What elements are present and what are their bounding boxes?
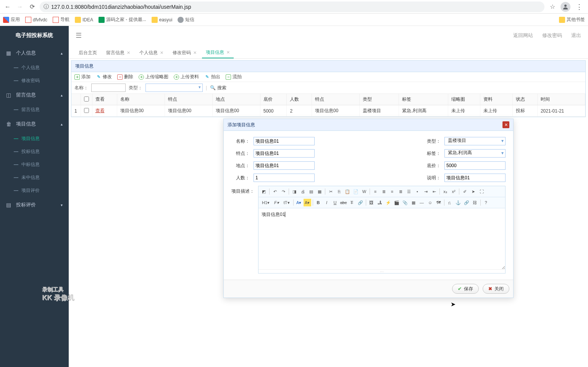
file-icon[interactable]: 📎 bbox=[401, 199, 409, 206]
italic-icon[interactable]: I bbox=[323, 199, 331, 206]
sidebar-item-win-info[interactable]: —中标信息 bbox=[14, 158, 69, 171]
table-row[interactable]: 1 查看 项目信息00 项目信息00 项目信息00 5000 2 项目信息00 … bbox=[71, 105, 585, 117]
row-checkbox[interactable] bbox=[84, 108, 89, 113]
template-icon[interactable]: ▤ bbox=[307, 188, 315, 195]
align-left-icon[interactable]: ≡ bbox=[372, 188, 379, 195]
clear-icon[interactable]: ✐ bbox=[461, 188, 468, 195]
underline-icon[interactable]: U bbox=[331, 199, 339, 206]
search-name-input[interactable] bbox=[91, 84, 126, 92]
image-icon[interactable]: 🖼 bbox=[368, 199, 375, 206]
bold-icon[interactable]: B bbox=[315, 199, 322, 206]
bookmark-star-icon[interactable]: ☆ bbox=[550, 3, 555, 10]
close-icon[interactable]: ✕ bbox=[226, 50, 230, 55]
type-select[interactable]: 盖楼项目 bbox=[444, 137, 506, 145]
unlink-icon[interactable]: ⛓ bbox=[471, 199, 479, 206]
close-icon[interactable]: ✕ bbox=[160, 50, 163, 55]
paste-word-icon[interactable]: W bbox=[360, 188, 368, 195]
forward-button[interactable]: → bbox=[15, 2, 24, 11]
sidebar-item-project-review[interactable]: —项目评价 bbox=[14, 184, 69, 197]
sidebar-group-project[interactable]: 🗑项目信息▴ bbox=[0, 116, 69, 132]
dialog-title-bar[interactable]: 添加项目信息 ✕ bbox=[224, 119, 513, 131]
map-icon[interactable]: 🗺 bbox=[435, 199, 443, 206]
delete-button[interactable]: －删除 bbox=[117, 74, 133, 80]
source-icon[interactable]: ◩ bbox=[260, 188, 268, 195]
bookmark-item-2[interactable]: IDEA bbox=[75, 17, 93, 23]
outdent-icon[interactable]: ⇤ bbox=[430, 188, 438, 195]
site-info-icon[interactable]: ⓘ bbox=[44, 3, 49, 10]
print-icon[interactable]: 🖨 bbox=[299, 188, 307, 195]
bookmark-item-4[interactable]: easyui bbox=[152, 17, 173, 23]
tab-home[interactable]: 后台主页 bbox=[75, 47, 101, 58]
indent-icon[interactable]: ⇥ bbox=[422, 188, 430, 195]
upload-thumb-button[interactable]: ＋上传缩略图 bbox=[139, 74, 168, 80]
media-icon[interactable]: 🎬 bbox=[393, 199, 401, 206]
add-button[interactable]: ＋添加 bbox=[74, 74, 90, 80]
anchor-icon[interactable]: ⚓ bbox=[454, 199, 462, 206]
sidebar-group-message[interactable]: ◫留言信息▴ bbox=[0, 87, 69, 103]
sidebar-group-personal[interactable]: ▦个人信息▴ bbox=[0, 45, 69, 61]
back-color-icon[interactable]: A▾ bbox=[304, 199, 311, 206]
tab-pwd[interactable]: 修改密码✕ bbox=[169, 47, 200, 58]
font-size-select[interactable]: tT▾ bbox=[282, 199, 292, 206]
preview-icon[interactable]: ◨ bbox=[291, 188, 298, 195]
font-family-select[interactable]: F▾ bbox=[272, 199, 281, 206]
sidebar-item-change-pwd[interactable]: —修改密码 bbox=[14, 74, 69, 87]
dialog-close-button[interactable]: ✕ bbox=[502, 121, 509, 128]
copy-icon[interactable]: ⎘ bbox=[335, 188, 343, 195]
search-type-select[interactable] bbox=[145, 84, 203, 92]
cut-icon[interactable]: ✂ bbox=[327, 188, 334, 195]
name-input[interactable] bbox=[254, 137, 315, 145]
bookmark-item-0[interactable]: dfvfvdc bbox=[25, 17, 47, 23]
link-icon[interactable]: 🔗 bbox=[463, 199, 470, 206]
topbar-back[interactable]: 返回网站 bbox=[513, 32, 533, 39]
address-bar[interactable]: ⓘ 127.0.0.1:8080/bdm101dianzizhaobiao/ho… bbox=[40, 2, 544, 12]
align-center-icon[interactable]: ≣ bbox=[380, 188, 388, 195]
select-el-icon[interactable]: ➤ bbox=[469, 188, 477, 195]
sidebar-item-personal-info[interactable]: —个人信息 bbox=[14, 61, 69, 74]
tab-message[interactable]: 留言信息✕ bbox=[102, 47, 134, 58]
feat-input[interactable] bbox=[254, 149, 315, 158]
align-right-icon[interactable]: ≡ bbox=[388, 188, 396, 195]
sidebar-group-bid-review[interactable]: ▤投标评价▾ bbox=[0, 197, 69, 213]
browser-menu-icon[interactable]: ⋮ bbox=[573, 3, 585, 11]
sidebar-item-project-info[interactable]: —项目信息 bbox=[14, 132, 69, 145]
sub-icon[interactable]: x₂ bbox=[441, 188, 449, 195]
tab-project[interactable]: 项目信息✕ bbox=[202, 47, 234, 58]
page-break-icon[interactable]: ⎌ bbox=[446, 199, 454, 206]
heading-select[interactable]: H1▾ bbox=[260, 199, 271, 206]
edit-button[interactable]: ✎修改 bbox=[96, 74, 112, 80]
close-icon[interactable]: ✕ bbox=[193, 50, 197, 55]
hamburger-icon[interactable]: ☰ bbox=[76, 31, 82, 40]
ul-icon[interactable]: • bbox=[414, 188, 421, 195]
paste-text-icon[interactable]: 📄 bbox=[352, 188, 360, 195]
bookmark-item-3[interactable]: 源码之家 - 提供最... bbox=[99, 16, 146, 23]
bookmark-item-1[interactable]: 导航 bbox=[53, 16, 69, 23]
paste-icon[interactable]: 📋 bbox=[344, 188, 351, 195]
editor-resize-handle[interactable]: ⋯ bbox=[258, 269, 505, 273]
editor-textarea[interactable]: 项目信息01​ bbox=[258, 208, 505, 269]
select-all-icon[interactable]: ▦ bbox=[316, 188, 323, 195]
redo-icon[interactable]: ↷ bbox=[279, 188, 287, 195]
fore-color-icon[interactable]: A▾ bbox=[295, 199, 303, 206]
sidebar-item-bid-info[interactable]: —投标信息 bbox=[14, 145, 69, 158]
topbar-logout[interactable]: 退出 bbox=[571, 32, 581, 39]
multi-image-icon[interactable]: 🏞 bbox=[376, 199, 384, 206]
sidebar-item-lose-info[interactable]: —未中信息 bbox=[14, 171, 69, 184]
bookmark-item-5[interactable]: 短信 bbox=[178, 16, 194, 23]
upload-material-button[interactable]: ＋上传资料 bbox=[174, 74, 199, 80]
flash-icon[interactable]: ⚡ bbox=[384, 199, 392, 206]
profile-avatar[interactable] bbox=[561, 2, 570, 12]
price-input[interactable] bbox=[444, 161, 506, 170]
fullscreen-icon[interactable]: ⛶ bbox=[478, 188, 485, 195]
emoji-icon[interactable]: ☺ bbox=[426, 199, 434, 206]
tab-personal[interactable]: 个人信息✕ bbox=[136, 47, 167, 58]
table-icon[interactable]: ▦ bbox=[410, 199, 417, 206]
sup-icon[interactable]: x² bbox=[450, 188, 457, 195]
auction-button[interactable]: ✎拍出 bbox=[204, 74, 220, 80]
save-button[interactable]: ✔保存 bbox=[452, 284, 479, 294]
reload-button[interactable]: ⟳ bbox=[27, 2, 37, 11]
close-icon[interactable]: ✕ bbox=[127, 50, 130, 55]
help-icon[interactable]: ? bbox=[482, 199, 490, 206]
people-input[interactable] bbox=[254, 174, 315, 182]
flow-button[interactable]: －流拍 bbox=[226, 74, 242, 80]
